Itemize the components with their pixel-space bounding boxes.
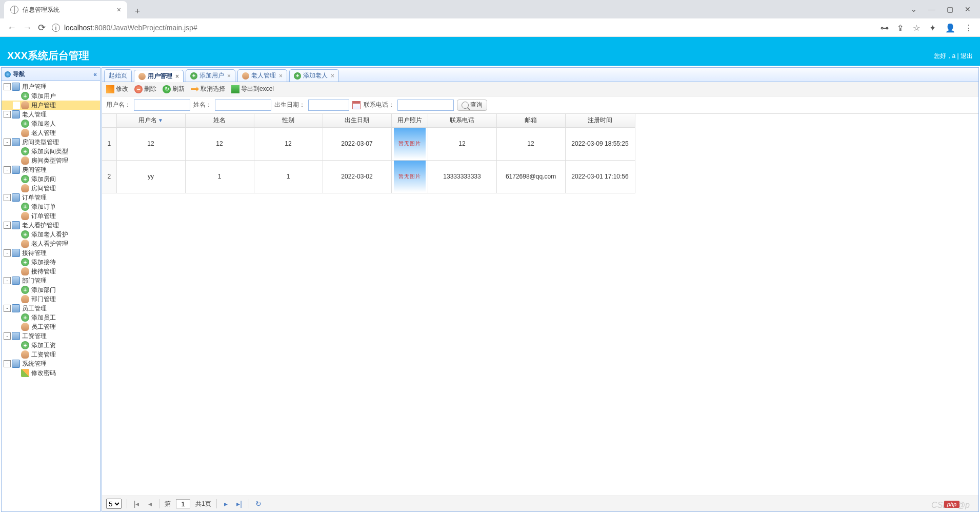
password-key-icon[interactable]: ⊶ bbox=[881, 23, 888, 33]
forward-button[interactable]: → bbox=[23, 23, 32, 33]
url-region[interactable]: i localhost:8080/JavaWebProject/main.jsp… bbox=[52, 24, 874, 32]
site-info-icon[interactable]: i bbox=[52, 24, 60, 32]
maximize-icon[interactable]: ▢ bbox=[947, 5, 953, 13]
chevron-down-icon[interactable]: ⌄ bbox=[911, 5, 917, 13]
address-bar: ← → ⟳ i localhost:8080/JavaWebProject/ma… bbox=[0, 18, 980, 37]
close-tab-icon[interactable]: × bbox=[117, 6, 121, 14]
profile-avatar-icon[interactable]: 👤 bbox=[945, 23, 955, 33]
bookmark-star-icon[interactable]: ☆ bbox=[913, 23, 920, 33]
browser-action-icons: ⊶ ⇪ ☆ ✦ 👤 ⋮ bbox=[881, 23, 973, 33]
share-icon[interactable]: ⇪ bbox=[897, 23, 904, 33]
browser-chrome: 信息管理系统 × + ⌄ ― ▢ ✕ ← → ⟳ i localhost:808… bbox=[0, 0, 980, 37]
window-controls: ⌄ ― ▢ ✕ bbox=[911, 0, 980, 18]
url-text: localhost:8080/JavaWebProject/main.jsp# bbox=[64, 24, 197, 32]
minimize-icon[interactable]: ― bbox=[928, 5, 935, 13]
menu-dots-icon[interactable]: ⋮ bbox=[965, 23, 973, 33]
close-window-icon[interactable]: ✕ bbox=[965, 5, 971, 13]
new-tab-button[interactable]: + bbox=[130, 4, 145, 18]
back-button[interactable]: ← bbox=[7, 23, 16, 33]
globe-icon bbox=[10, 6, 18, 14]
browser-tab-bar: 信息管理系统 × + ⌄ ― ▢ ✕ bbox=[0, 0, 980, 18]
reload-button[interactable]: ⟳ bbox=[38, 22, 46, 33]
browser-tab[interactable]: 信息管理系统 × bbox=[4, 1, 127, 18]
browser-tab-title: 信息管理系统 bbox=[23, 6, 59, 14]
extensions-puzzle-icon[interactable]: ✦ bbox=[929, 23, 936, 33]
